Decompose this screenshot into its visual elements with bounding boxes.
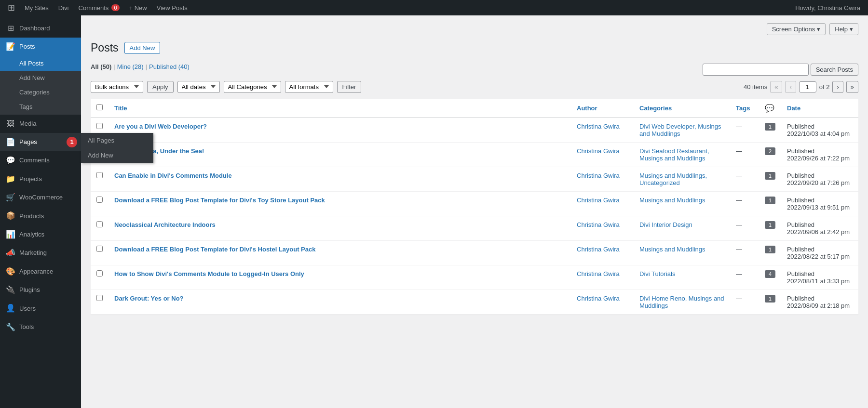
row-categories-cell-5: Musings and Muddlings: [634, 240, 730, 265]
comment-badge-1[interactable]: 2: [765, 147, 775, 155]
comment-badge-0[interactable]: 1: [765, 123, 775, 131]
comment-badge-5[interactable]: 1: [765, 246, 775, 253]
author-link-6[interactable]: Christina Gwira: [577, 270, 620, 277]
post-title-link-5[interactable]: Download a FREE Blog Post Template for D…: [114, 246, 315, 253]
dates-filter-select[interactable]: All dates: [177, 81, 220, 93]
flyout-all-pages[interactable]: All Pages: [81, 133, 153, 148]
sidebar-item-media[interactable]: 🖼 Media: [0, 115, 81, 133]
sidebar-item-appearance[interactable]: 🎨 Appearance: [0, 263, 81, 281]
category-link-1[interactable]: Divi Seafood Restaurant, Musings and Mud…: [639, 147, 709, 162]
sidebar: ⊞ Dashboard 📝 Posts All Posts Add New Ca…: [0, 15, 81, 408]
post-title-link-0[interactable]: Are you a Divi Web Developer?: [114, 123, 207, 130]
author-link-4[interactable]: Christina Gwira: [577, 221, 620, 228]
author-link-7[interactable]: Christina Gwira: [577, 295, 620, 302]
category-link-2[interactable]: Musings and Muddlings, Uncategorized: [639, 172, 707, 186]
add-new-button[interactable]: Add New: [124, 42, 161, 54]
row-checkbox-5[interactable]: [96, 246, 103, 252]
author-link-3[interactable]: Christina Gwira: [577, 197, 620, 204]
table-row: Are you a Divi Web Developer? Christina …: [91, 118, 858, 142]
sidebar-item-users[interactable]: 👤 Users: [0, 299, 81, 317]
table-row: How to Show Divi's Comments Module to Lo…: [91, 265, 858, 290]
category-link-7[interactable]: Divi Home Reno, Musings and Muddlings: [639, 295, 724, 309]
category-link-5[interactable]: Musings and Muddlings: [639, 246, 705, 253]
row-checkbox-2[interactable]: [96, 172, 103, 178]
adminbar-new[interactable]: + New: [125, 0, 151, 15]
search-input[interactable]: [703, 64, 809, 76]
row-author-cell-2: Christina Gwira: [571, 167, 634, 191]
post-title-link-2[interactable]: Can Enable in Divi's Comments Module: [114, 172, 232, 179]
category-link-3[interactable]: Musings and Muddlings: [639, 197, 705, 204]
screen-options-button[interactable]: Screen Options ▾: [767, 23, 826, 35]
sidebar-item-marketing[interactable]: 📣 Marketing: [0, 244, 81, 262]
post-title-link-4[interactable]: Neoclassical Architecture Indoors: [114, 221, 216, 228]
filter-button[interactable]: Filter: [337, 81, 362, 93]
author-link-2[interactable]: Christina Gwira: [577, 172, 620, 179]
pages-flyout: All Pages Add New: [81, 133, 153, 163]
sidebar-item-woocommerce[interactable]: 🛒 WooCommerce: [0, 188, 81, 207]
bulk-actions-select[interactable]: Bulk actions: [91, 81, 143, 93]
flyout-add-new-page[interactable]: Add New: [81, 148, 153, 163]
pagination-prev-button[interactable]: ‹: [785, 81, 796, 93]
th-title[interactable]: Title: [108, 99, 571, 118]
th-select-all: [91, 99, 108, 118]
tags-value-2: —: [736, 172, 742, 179]
formats-filter-select[interactable]: All formats: [285, 81, 333, 93]
sidebar-item-products[interactable]: 📦 Products: [0, 207, 81, 225]
sidebar-item-plugins[interactable]: 🔌 Plugins: [0, 281, 81, 299]
post-title-link-7[interactable]: Dark Grout: Yes or No?: [114, 295, 184, 302]
sidebar-item-projects[interactable]: 📁 Projects: [0, 170, 81, 188]
th-tags[interactable]: Tags: [730, 99, 759, 118]
adminbar-wp-logo[interactable]: ⊞: [4, 0, 19, 15]
help-button[interactable]: Help ▾: [829, 23, 858, 35]
author-link-1[interactable]: Christina Gwira: [577, 147, 620, 155]
category-link-0[interactable]: Divi Web Developer, Musings and Muddling…: [639, 123, 721, 137]
row-checkbox-4[interactable]: [96, 221, 103, 227]
comment-badge-3[interactable]: 1: [765, 197, 775, 204]
pagination-first-button[interactable]: «: [770, 81, 782, 93]
apply-button[interactable]: Apply: [147, 81, 174, 93]
sidebar-item-comments[interactable]: 💬 Comments: [0, 151, 81, 170]
pagination-next-button[interactable]: ›: [832, 81, 843, 93]
categories-filter-select[interactable]: All Categories: [224, 81, 281, 93]
select-all-checkbox[interactable]: [96, 104, 103, 110]
adminbar-comments[interactable]: Comments 0: [75, 0, 123, 15]
comment-badge-7[interactable]: 1: [765, 295, 775, 303]
sidebar-item-tags[interactable]: Tags: [0, 100, 81, 114]
sidebar-item-add-new-post[interactable]: Add New: [0, 71, 81, 85]
tags-value-1: —: [736, 147, 742, 155]
adminbar-my-sites[interactable]: My Sites: [21, 0, 53, 15]
comment-badge-4[interactable]: 1: [765, 221, 775, 229]
filter-tab-all[interactable]: All (50): [91, 63, 111, 70]
date-val-7: 2022/08/09 at 2:18 pm: [787, 302, 850, 309]
sidebar-item-pages[interactable]: 📄 Pages 1: [0, 133, 81, 151]
sidebar-item-analytics[interactable]: 📊 Analytics: [0, 225, 81, 244]
adminbar-view-posts[interactable]: View Posts: [153, 0, 191, 15]
comment-badge-6[interactable]: 4: [765, 270, 775, 278]
sidebar-item-all-posts[interactable]: All Posts: [0, 56, 81, 71]
row-checkbox-3[interactable]: [96, 197, 103, 203]
sidebar-item-dashboard[interactable]: ⊞ Dashboard: [0, 19, 81, 38]
filter-tab-mine[interactable]: Mine (28): [117, 63, 144, 70]
post-title-link-6[interactable]: How to Show Divi's Comments Module to Lo…: [114, 270, 304, 277]
page-number-input[interactable]: [799, 81, 816, 92]
row-checkbox-0[interactable]: [96, 123, 103, 129]
row-checkbox-7[interactable]: [96, 295, 103, 301]
post-title-link-3[interactable]: Download a FREE Blog Post Template for D…: [114, 197, 325, 204]
author-link-0[interactable]: Christina Gwira: [577, 123, 620, 130]
row-checkbox-cell-3: [91, 191, 108, 216]
comment-badge-2[interactable]: 1: [765, 172, 775, 180]
pagination-last-button[interactable]: »: [846, 81, 858, 93]
search-posts-button[interactable]: Search Posts: [811, 64, 858, 76]
author-link-5[interactable]: Christina Gwira: [577, 246, 620, 253]
th-categories[interactable]: Categories: [634, 99, 730, 118]
th-date[interactable]: Date: [781, 99, 858, 118]
sidebar-item-tools[interactable]: 🔧 Tools: [0, 318, 81, 336]
category-link-4[interactable]: Divi Interior Design: [639, 221, 692, 228]
th-author[interactable]: Author: [571, 99, 634, 118]
category-link-6[interactable]: Divi Tutorials: [639, 270, 675, 277]
sidebar-item-categories[interactable]: Categories: [0, 85, 81, 100]
row-checkbox-6[interactable]: [96, 270, 103, 276]
sidebar-item-posts[interactable]: 📝 Posts: [0, 38, 81, 56]
adminbar-site-name[interactable]: Divi: [54, 0, 73, 15]
filter-tab-published[interactable]: Published (40): [149, 63, 190, 70]
